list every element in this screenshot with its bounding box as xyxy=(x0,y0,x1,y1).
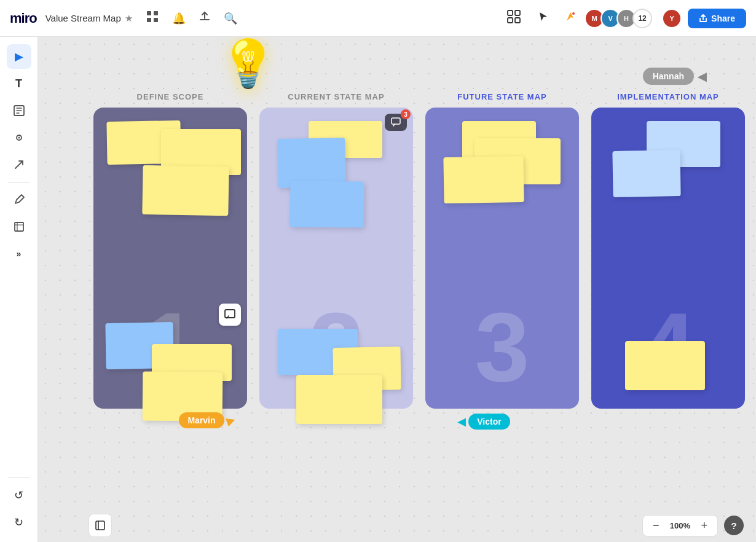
sticky-note-tool[interactable] xyxy=(7,98,31,123)
arrow-tool[interactable] xyxy=(7,152,31,177)
bottom-bar: − 100% + ? xyxy=(76,509,756,542)
board-sections: DEFINE SCOPE 1 Marvin ▶ xyxy=(87,92,751,430)
top-toolbar: miro Value Stream Map ★ 🔔 🔍 M V H 12 Y xyxy=(0,0,756,37)
section-1-card: 1 xyxy=(93,108,247,409)
collaborator-count[interactable]: 12 xyxy=(632,9,652,28)
apps-button[interactable] xyxy=(143,7,162,29)
chat-notification[interactable]: 3 xyxy=(385,114,407,131)
zoom-controls: − 100% + xyxy=(642,515,718,536)
zoom-out-button[interactable]: − xyxy=(649,518,663,533)
board-title: Value Stream Map xyxy=(45,13,121,23)
section-future-state: FUTURE STATE MAP 3 ▶ Victor xyxy=(419,92,585,430)
bottom-divider xyxy=(8,477,30,478)
main-canvas[interactable]: 💡 Hannah ▶ DEFINE SCOPE 1 xyxy=(38,37,756,542)
svg-rect-0 xyxy=(147,11,151,15)
marvin-label: Marvin xyxy=(179,412,224,428)
victor-cursor: ▶ Victor xyxy=(457,414,510,430)
zoom-in-button[interactable]: + xyxy=(697,518,711,533)
help-button[interactable]: ? xyxy=(724,516,744,535)
collaborator-avatars: M V H 12 xyxy=(588,9,652,28)
sticky-note[interactable] xyxy=(142,165,229,216)
section-define-scope: DEFINE SCOPE 1 Marvin ▶ xyxy=(87,92,253,430)
share-button[interactable]: Share xyxy=(688,9,746,28)
svg-rect-13 xyxy=(225,310,235,318)
victor-arrow-icon: ▶ xyxy=(457,415,466,428)
svg-rect-1 xyxy=(154,11,158,15)
svg-rect-12 xyxy=(15,222,23,231)
top-tools: 🔔 🔍 xyxy=(143,7,241,29)
section-2-label: CURRENT STATE MAP xyxy=(288,92,384,101)
hannah-arrow-icon: ▶ xyxy=(698,69,707,84)
app-logo: miro xyxy=(10,10,37,26)
search-button[interactable]: 🔍 xyxy=(220,8,241,29)
svg-rect-14 xyxy=(392,118,400,124)
left-bottom-tools: ↺ ↻ xyxy=(7,475,31,535)
svg-rect-3 xyxy=(154,18,158,22)
text-tool[interactable]: T xyxy=(7,71,31,96)
sidebar-toggle-button[interactable] xyxy=(89,514,112,537)
section-3-label: FUTURE STATE MAP xyxy=(457,92,547,101)
sticky-note[interactable] xyxy=(296,375,382,424)
svg-point-8 xyxy=(572,12,575,15)
sticky-note[interactable] xyxy=(443,156,524,203)
my-avatar[interactable]: Y xyxy=(662,9,682,28)
marvin-arrow-icon: ▶ xyxy=(224,412,237,428)
section-1-label: DEFINE SCOPE xyxy=(137,92,204,101)
zoom-level: 100% xyxy=(667,521,692,530)
svg-rect-2 xyxy=(147,18,151,22)
more-tools[interactable]: » xyxy=(7,242,31,266)
svg-point-11 xyxy=(18,137,20,139)
cursor-mode-button[interactable] xyxy=(533,9,554,28)
star-icon[interactable]: ★ xyxy=(125,13,133,24)
hannah-label: Hannah xyxy=(643,68,694,85)
svg-rect-4 xyxy=(508,10,513,15)
victor-label: Victor xyxy=(468,414,510,430)
sticky-note[interactable] xyxy=(290,181,364,227)
sticky-note[interactable] xyxy=(625,341,705,390)
pen-tool[interactable] xyxy=(7,187,31,212)
sticky-note[interactable] xyxy=(277,138,345,188)
section-4-card: 4 xyxy=(591,108,745,409)
redo-button[interactable]: ↻ xyxy=(7,510,31,535)
chat-badge: 3 xyxy=(401,109,411,119)
toolbar-divider xyxy=(8,182,30,183)
frame-tool[interactable] xyxy=(7,214,31,239)
marvin-cursor: Marvin ▶ xyxy=(179,412,235,428)
comment-icon[interactable] xyxy=(219,304,241,326)
lightbulb-decoration: 💡 xyxy=(219,37,277,91)
sticky-note[interactable] xyxy=(612,150,680,197)
undo-button[interactable]: ↺ xyxy=(7,483,31,508)
svg-rect-5 xyxy=(515,10,520,15)
svg-rect-6 xyxy=(508,18,513,23)
section-3-card: 3 xyxy=(425,108,579,409)
right-tools: M V H 12 Y Share xyxy=(501,6,746,30)
section-current-state: CURRENT STATE MAP 2 3 xyxy=(253,92,419,430)
celebrate-button[interactable] xyxy=(560,8,582,28)
section-implementation: IMPLEMENTATION MAP 4 xyxy=(585,92,751,430)
upload-button[interactable] xyxy=(195,7,214,29)
connect-tool[interactable] xyxy=(7,125,31,150)
svg-rect-7 xyxy=(515,18,520,23)
grid-button[interactable] xyxy=(501,6,527,30)
section-3-number: 3 xyxy=(475,298,530,396)
section-4-label: IMPLEMENTATION MAP xyxy=(617,92,719,101)
section-2-card: 2 3 xyxy=(259,108,413,409)
bell-button[interactable]: 🔔 xyxy=(168,8,189,29)
left-toolbar: ▶ T » ↺ ↻ xyxy=(0,37,38,542)
hannah-cursor: Hannah ▶ xyxy=(643,68,707,85)
svg-rect-15 xyxy=(96,521,104,530)
select-tool[interactable]: ▶ xyxy=(7,44,31,69)
